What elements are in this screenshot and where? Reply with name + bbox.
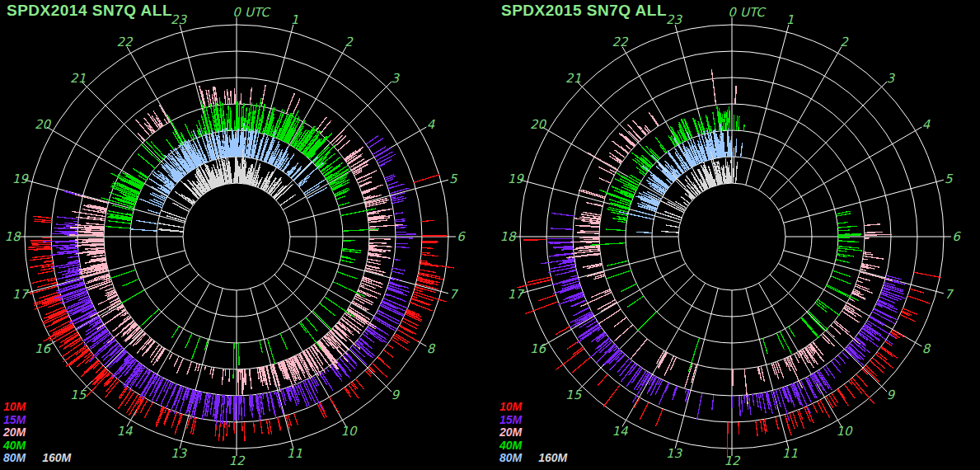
polar-chart-2014: 01234567891011121314151617181920212223UT…	[4, 5, 466, 468]
hour-label-2: 2	[840, 35, 849, 49]
hour-label-14: 14	[116, 424, 133, 439]
bars-40m	[590, 106, 862, 372]
legend-20m: 20M	[499, 426, 522, 439]
hour-label-11: 11	[287, 446, 302, 461]
hour-label-20: 20	[530, 117, 547, 132]
hour-label-20: 20	[35, 117, 52, 132]
hour-label-0: 0	[728, 5, 737, 20]
hour-label-22: 22	[612, 35, 629, 49]
hour-label-23: 23	[666, 12, 683, 27]
utc-label: UTC	[740, 5, 767, 20]
hour-label-12: 12	[724, 454, 741, 468]
legend-160m: 160M	[42, 452, 71, 465]
hour-label-8: 8	[922, 341, 931, 356]
legend-20m: 20M	[3, 426, 26, 439]
band-legend-left: 10M 15M 20M 40M 80M 160M	[3, 401, 71, 465]
chart-title-2014: SPDX2014 SN7Q ALL	[7, 2, 172, 20]
legend-40m: 40M	[499, 439, 522, 453]
hour-label-5: 5	[945, 172, 954, 186]
hour-label-17: 17	[12, 287, 30, 302]
hour-label-0: 0	[232, 5, 241, 20]
utc-label: UTC	[245, 5, 271, 20]
hour-label-16: 16	[35, 341, 52, 356]
hour-label-18: 18	[499, 229, 517, 244]
hour-label-4: 4	[427, 117, 435, 132]
hour-label-13: 13	[666, 446, 683, 461]
hour-label-6: 6	[952, 229, 961, 244]
legend-15m: 15M	[3, 414, 26, 427]
hour-label-13: 13	[171, 446, 188, 461]
hour-label-17: 17	[508, 287, 525, 302]
chart-title-2015: SPDX2015 SN7Q ALL	[501, 2, 667, 20]
legend-15m: 15M	[499, 414, 522, 427]
hour-label-21: 21	[565, 71, 581, 86]
band-legend-right: 10M 15M 20M 40M 80M 160M	[499, 401, 567, 465]
legend-160m: 160M	[538, 452, 567, 465]
hour-label-22: 22	[116, 35, 134, 49]
hour-label-15: 15	[565, 388, 583, 402]
hour-label-19: 19	[508, 172, 525, 186]
hour-label-11: 11	[782, 446, 798, 461]
hour-label-3: 3	[392, 71, 401, 86]
hour-label-5: 5	[449, 172, 458, 186]
legend-80m: 80M	[3, 452, 26, 465]
hour-label-1: 1	[291, 12, 299, 27]
legend-80m: 80M	[499, 452, 522, 465]
hour-label-4: 4	[922, 117, 931, 132]
hour-label-21: 21	[70, 71, 86, 86]
hour-label-12: 12	[228, 454, 246, 468]
hour-label-15: 15	[70, 388, 87, 402]
legend-10m: 10M	[499, 401, 522, 414]
hour-label-10: 10	[836, 424, 853, 439]
legend-40m: 40M	[3, 439, 26, 453]
hour-label-10: 10	[340, 424, 358, 439]
hour-label-19: 19	[12, 172, 30, 186]
hour-label-16: 16	[530, 341, 547, 356]
bars-10m	[517, 240, 940, 458]
dual-polar-activity-page: { "app": { "background": "#000000", "gri…	[0, 0, 980, 470]
hour-label-2: 2	[345, 35, 354, 49]
hour-label-7: 7	[449, 287, 458, 302]
hour-label-1: 1	[786, 12, 795, 27]
hour-label-9: 9	[392, 388, 401, 402]
hour-label-7: 7	[945, 287, 954, 302]
hour-label-14: 14	[612, 424, 628, 439]
radial-activity-charts: 01234567891011121314151617181920212223UT…	[0, 0, 980, 470]
bars-160m	[157, 149, 296, 233]
hour-label-6: 6	[457, 229, 466, 244]
hour-label-9: 9	[887, 388, 896, 402]
hour-label-23: 23	[171, 12, 188, 27]
legend-10m: 10M	[3, 401, 26, 414]
hour-label-8: 8	[427, 341, 436, 356]
hour-label-3: 3	[887, 71, 896, 86]
hour-label-18: 18	[4, 229, 21, 244]
polar-chart-2015: 01234567891011121314151617181920212223UT…	[499, 5, 961, 468]
